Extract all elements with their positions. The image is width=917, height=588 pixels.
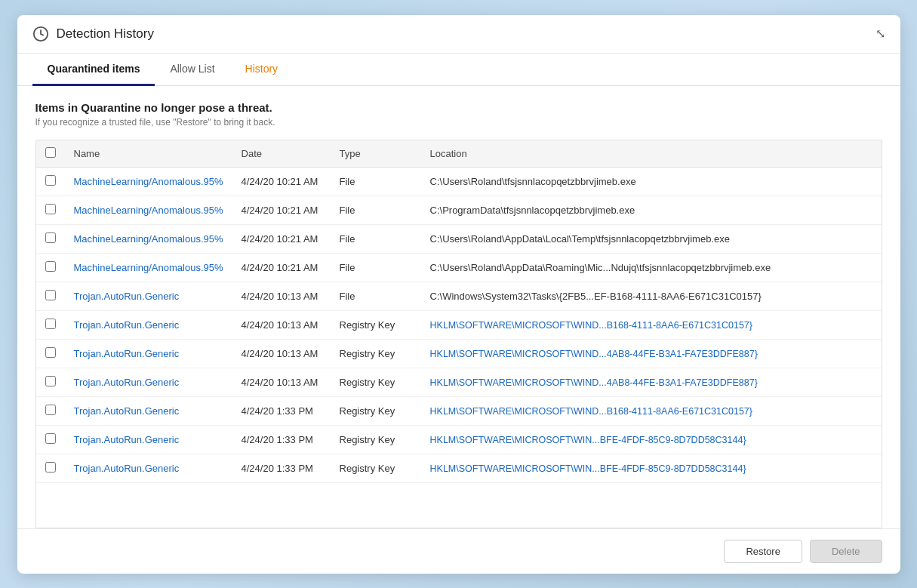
table-row: Trojan.AutoRun.Generic4/24/20 10:13 AMFi… — [36, 282, 882, 310]
row-type: File — [331, 167, 421, 195]
row-date: 4/24/20 1:33 PM — [232, 425, 331, 454]
row-checkbox[interactable] — [45, 462, 56, 473]
row-name[interactable]: Trojan.AutoRun.Generic — [65, 310, 232, 339]
table-row: Trojan.AutoRun.Generic4/24/20 1:33 PMReg… — [36, 454, 882, 482]
row-name[interactable]: MachineLearning/Anomalous.95% — [65, 253, 232, 282]
row-checkbox-cell — [36, 425, 65, 454]
row-type: File — [331, 253, 421, 282]
row-checkbox[interactable] — [45, 376, 56, 386]
restore-button[interactable]: Restore — [724, 540, 802, 563]
row-checkbox-cell — [36, 482, 65, 488]
table-row: Trojan.AutoRun.Generic4/24/20 1:33 PMReg… — [36, 425, 882, 454]
row-checkbox[interactable] — [45, 204, 56, 214]
row-name[interactable]: Trojan.AutoRun.Generic — [65, 482, 232, 488]
row-checkbox[interactable] — [45, 319, 56, 329]
table-row: MachineLearning/Anomalous.95%4/24/20 10:… — [36, 167, 882, 195]
row-checkbox[interactable] — [45, 347, 56, 358]
header-date: Date — [232, 140, 331, 168]
row-type: File — [331, 224, 421, 253]
row-name[interactable]: Trojan.AutoRun.Generic — [65, 396, 232, 425]
table-row: Trojan.AutoRun.Generic4/24/20 10:13 AMRe… — [36, 339, 882, 368]
table-body: MachineLearning/Anomalous.95%4/24/20 10:… — [36, 167, 882, 488]
table-header-row: Name Date Type Location — [36, 140, 882, 168]
row-location: HKLM\SOFTWARE\MICROSOFT\WIN...BFE-4FDF-8… — [421, 454, 882, 482]
row-checkbox[interactable] — [45, 232, 56, 243]
row-location: C:\Users\Roland\AppData\Local\Temp\tfsjs… — [421, 224, 882, 253]
row-name[interactable]: Trojan.AutoRun.Generic — [65, 282, 232, 310]
row-type: Registry Key — [331, 396, 421, 425]
row-date: 4/24/20 10:13 AM — [232, 310, 331, 339]
table-row: MachineLearning/Anomalous.95%4/24/20 10:… — [36, 224, 882, 253]
row-checkbox-cell — [36, 339, 65, 368]
table-row: MachineLearning/Anomalous.95%4/24/20 10:… — [36, 195, 882, 224]
row-date: 4/24/20 10:13 AM — [232, 339, 331, 368]
row-location: C:\Users\Roland\tfsjsnnlacopqetzbbrvjime… — [421, 167, 882, 195]
row-checkbox-cell — [36, 310, 65, 339]
row-checkbox-cell — [36, 253, 65, 282]
row-location: C:\Users\Roland\AppData\Roaming\Mic...Nd… — [421, 253, 882, 282]
table-row: Trojan.AutoRun.Generic4/24/20 10:13 AMRe… — [36, 310, 882, 339]
row-checkbox[interactable] — [45, 175, 56, 186]
row-checkbox-cell — [36, 396, 65, 425]
row-name[interactable]: MachineLearning/Anomalous.95% — [65, 224, 232, 253]
row-location: HKLM\SOFTWARE\MICROSOFT\WIND...B168-4111… — [421, 310, 882, 339]
row-date: 4/24/20 10:13 AM — [232, 368, 331, 396]
table-row: Trojan.AutoRun.Generic4/24/20 1:33 PMFil… — [36, 482, 882, 488]
info-title: Items in Quarantine no longer pose a thr… — [35, 101, 882, 114]
row-date: 4/24/20 1:33 PM — [232, 454, 331, 482]
row-type: File — [331, 282, 421, 310]
row-name[interactable]: MachineLearning/Anomalous.95% — [65, 195, 232, 224]
row-location: HKLM\SOFTWARE\MICROSOFT\WIN...BFE-4FDF-8… — [421, 425, 882, 454]
header-name: Name — [65, 140, 232, 168]
row-name[interactable]: Trojan.AutoRun.Generic — [65, 454, 232, 482]
row-location: C:\ProgramData\tfsjsnnlacopqetzbbrvjimeb… — [421, 195, 882, 224]
row-location: HKLM\SOFTWARE\MICROSOFT\WIND...4AB8-44FE… — [421, 339, 882, 368]
row-location: C:\Windows\System32\Tasks\{2FB5...EF-B16… — [421, 282, 882, 310]
table-row: Trojan.AutoRun.Generic4/24/20 10:13 AMRe… — [36, 368, 882, 396]
row-checkbox-cell — [36, 368, 65, 396]
row-location: C:\Windows\System32\Tasks\{2FB5...EF-B16… — [421, 482, 882, 488]
row-type: File — [331, 482, 421, 488]
row-checkbox[interactable] — [45, 405, 56, 415]
collapse-icon[interactable]: ⤡ — [875, 26, 885, 41]
table-row: Trojan.AutoRun.Generic4/24/20 1:33 PMReg… — [36, 396, 882, 425]
row-type: Registry Key — [331, 454, 421, 482]
delete-button[interactable]: Delete — [810, 540, 882, 563]
window-title: Detection History — [57, 26, 154, 42]
header-location: Location — [421, 140, 882, 168]
row-checkbox-cell — [36, 454, 65, 482]
tab-quarantine[interactable]: Quarantined items — [32, 54, 155, 86]
row-type: Registry Key — [331, 425, 421, 454]
table-wrapper: Name Date Type Location MachineLearning/… — [35, 140, 882, 528]
table-row: MachineLearning/Anomalous.95%4/24/20 10:… — [36, 253, 882, 282]
select-all-checkbox[interactable] — [45, 147, 56, 158]
row-type: File — [331, 195, 421, 224]
row-checkbox-cell — [36, 282, 65, 310]
row-checkbox-cell — [36, 167, 65, 195]
row-type: Registry Key — [331, 310, 421, 339]
row-checkbox-cell — [36, 224, 65, 253]
row-checkbox-cell — [36, 195, 65, 224]
title-bar: Detection History ⤡ — [17, 15, 900, 54]
row-checkbox[interactable] — [45, 433, 56, 444]
row-date: 4/24/20 1:33 PM — [232, 482, 331, 488]
main-window: Detection History ⤡ Quarantined items Al… — [17, 15, 900, 574]
row-name[interactable]: MachineLearning/Anomalous.95% — [65, 167, 232, 195]
tab-allowlist[interactable]: Allow List — [155, 54, 229, 86]
main-content: Items in Quarantine no longer pose a thr… — [17, 86, 900, 528]
table-scroll[interactable]: Name Date Type Location MachineLearning/… — [36, 140, 882, 488]
title-left: Detection History — [32, 26, 154, 42]
footer: Restore Delete — [17, 528, 900, 574]
row-checkbox[interactable] — [45, 290, 56, 300]
row-name[interactable]: Trojan.AutoRun.Generic — [65, 368, 232, 396]
row-name[interactable]: Trojan.AutoRun.Generic — [65, 339, 232, 368]
info-subtitle: If you recognize a trusted file, use "Re… — [35, 117, 882, 128]
tab-bar: Quarantined items Allow List History — [17, 54, 900, 86]
tab-history[interactable]: History — [230, 54, 294, 86]
row-checkbox[interactable] — [45, 261, 56, 272]
row-date: 4/24/20 10:21 AM — [232, 253, 331, 282]
row-name[interactable]: Trojan.AutoRun.Generic — [65, 425, 232, 454]
row-date: 4/24/20 1:33 PM — [232, 396, 331, 425]
row-date: 4/24/20 10:21 AM — [232, 195, 331, 224]
row-date: 4/24/20 10:21 AM — [232, 167, 331, 195]
